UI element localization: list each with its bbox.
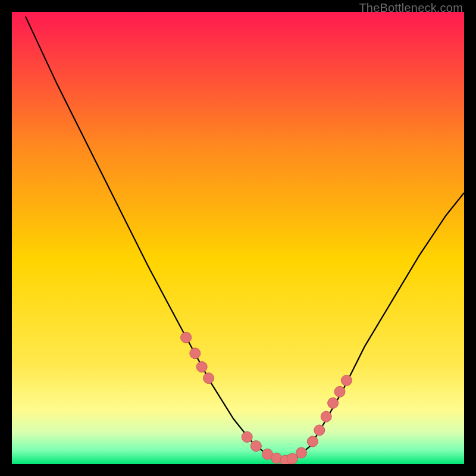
data-marker — [296, 447, 306, 458]
data-marker — [341, 375, 352, 386]
data-marker — [203, 373, 214, 384]
gradient-background — [12, 12, 464, 464]
data-marker — [328, 397, 339, 408]
data-marker — [242, 431, 252, 442]
data-marker — [287, 453, 298, 464]
data-marker — [250, 441, 261, 452]
plot-area — [12, 12, 464, 464]
data-marker — [307, 436, 318, 447]
chart-svg — [12, 12, 464, 464]
data-marker — [190, 348, 201, 359]
data-marker — [321, 411, 331, 422]
data-marker — [334, 386, 345, 397]
data-marker — [314, 425, 325, 436]
data-marker — [181, 332, 192, 343]
data-marker — [196, 362, 207, 372]
chart-frame: TheBottleneck.com — [0, 0, 476, 476]
